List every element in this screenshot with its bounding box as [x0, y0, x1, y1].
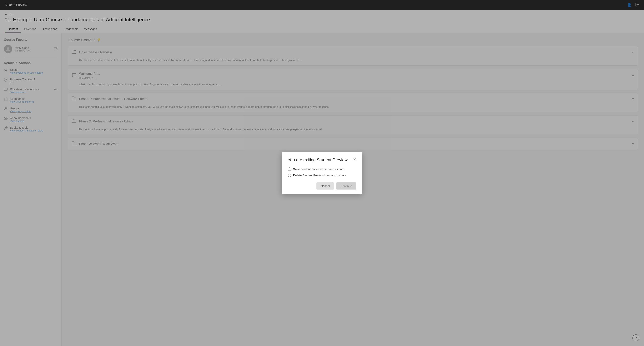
dialog-header: You are exiting Student Preview ✕ [288, 157, 356, 163]
radio-delete-circle [288, 174, 291, 177]
cancel-button[interactable]: Cancel [316, 182, 334, 190]
radio-save-circle [288, 167, 291, 171]
radio-save-option[interactable]: Save Student Preview User and its data [288, 167, 356, 171]
radio-delete-option[interactable]: Delete Student Preview User and its data [288, 174, 356, 177]
dialog-footer: Cancel Continue [288, 182, 356, 190]
radio-delete-bold: Delete [293, 174, 302, 177]
close-button[interactable]: ✕ [353, 157, 356, 161]
dialog-body: Save Student Preview User and its data D… [288, 167, 356, 177]
radio-delete-rest: Student Preview User and its data [302, 174, 346, 177]
modal-overlay: You are exiting Student Preview ✕ Save S… [0, 0, 644, 346]
radio-save-bold: Save [293, 167, 300, 171]
radio-save-label: Save Student Preview User and its data [293, 167, 344, 171]
radio-save-rest: Student Preview User and its data [300, 167, 344, 171]
exit-preview-dialog: You are exiting Student Preview ✕ Save S… [282, 152, 362, 194]
continue-button[interactable]: Continue [336, 182, 356, 190]
radio-delete-label: Delete Student Preview User and its data [293, 174, 346, 177]
dialog-title: You are exiting Student Preview [288, 157, 348, 163]
